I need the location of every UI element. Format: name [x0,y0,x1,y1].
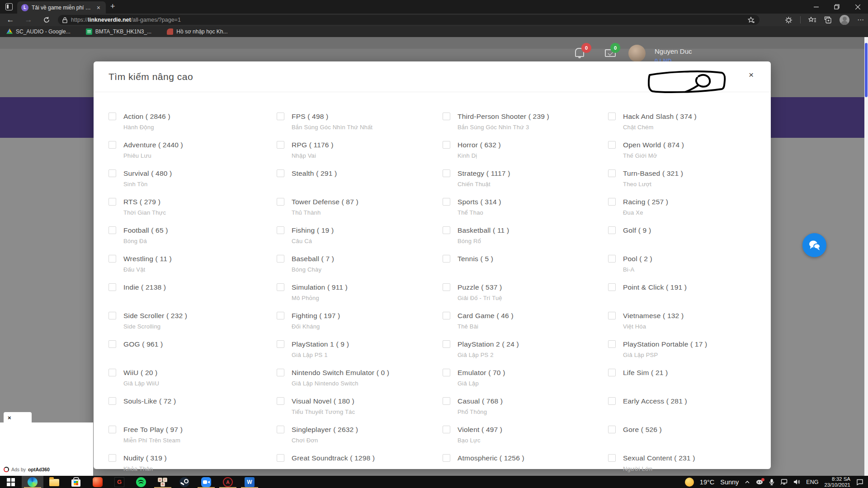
weather-temperature[interactable]: 19°C [700,479,714,486]
genre-filter-item[interactable]: Turn-Based ( 321 ) Theo Lượt [608,169,757,197]
taskbar-app-file-explorer[interactable] [43,476,65,488]
add-favorite-icon[interactable] [748,17,755,23]
address-bar[interactable]: https://linkneverdie.net/all-games/?page… [58,15,760,25]
genre-checkbox[interactable] [277,283,284,291]
genre-filter-item[interactable]: PlayStation 1 ( 9 ) Giả Lập PS 1 [277,340,443,368]
taskbar-app-unikey[interactable] [152,476,174,488]
genre-filter-item[interactable]: PlayStation 2 ( 24 ) Giả Lập PS 2 [443,340,608,368]
genre-checkbox[interactable] [608,369,616,376]
weather-condition[interactable]: Sunny [720,479,739,486]
bookmark-item[interactable]: SC_AUDIO - Google... [6,28,71,35]
genre-checkbox[interactable] [608,226,616,234]
genre-checkbox[interactable] [443,340,450,348]
bookmark-item[interactable]: Hồ sơ nhập học Kh... [167,28,227,35]
favorites-bar-icon[interactable] [808,17,816,23]
genre-checkbox[interactable] [277,454,284,462]
genre-checkbox[interactable] [108,340,116,348]
genre-filter-item[interactable]: Emulator ( 70 ) Giả Lập [443,368,608,397]
genre-checkbox[interactable] [443,283,450,291]
ad-close-button[interactable]: × [4,412,32,423]
genre-checkbox[interactable] [277,255,284,263]
genre-checkbox[interactable] [443,198,450,206]
genre-filter-item[interactable]: Life Sim ( 21 ) [608,368,757,397]
genre-filter-item[interactable]: Basketball ( 11 ) Bóng Rổ [443,226,608,254]
genre-filter-item[interactable]: Vietnamese ( 132 ) Việt Hóa [608,311,757,340]
genre-checkbox[interactable] [277,369,284,376]
bookmark-item[interactable]: BMTA_TKB_HK1N3_... [86,28,152,35]
taskbar-start-button[interactable] [0,476,22,488]
network-tray-icon[interactable] [780,479,788,485]
genre-filter-item[interactable]: Card Game ( 46 ) Thẻ Bài [443,311,608,340]
taskbar-app-garena[interactable] [108,476,130,488]
taskbar-app-edge[interactable] [22,476,43,488]
genre-checkbox[interactable] [443,312,450,319]
taskbar-app-zoom[interactable] [195,476,217,488]
genre-checkbox[interactable] [443,226,450,234]
genre-filter-item[interactable]: Fishing ( 19 ) Câu Cá [277,226,443,254]
taskbar-app-steam[interactable] [174,476,195,488]
tray-chevron-up-icon[interactable] [745,480,750,484]
genre-filter-item[interactable]: Violent ( 497 ) Bạo Lực [443,425,608,454]
genre-filter-item[interactable]: RTS ( 279 ) Thời Gian Thực [108,197,277,226]
genre-checkbox[interactable] [443,169,450,177]
genre-checkbox[interactable] [108,312,116,319]
genre-checkbox[interactable] [108,169,116,177]
genre-filter-item[interactable]: Stealth ( 291 ) [277,169,443,197]
genre-checkbox[interactable] [443,426,450,433]
genre-filter-item[interactable]: Tennis ( 5 ) [443,254,608,283]
genre-checkbox[interactable] [608,283,616,291]
genre-checkbox[interactable] [108,198,116,206]
genre-checkbox[interactable] [608,454,616,462]
ad-attribution[interactable]: Ads by optAd360 [4,467,50,472]
genre-filter-item[interactable]: Third-Person Shooter ( 239 ) Bắn Súng Gó… [443,112,608,141]
genre-checkbox[interactable] [443,369,450,376]
taskbar-app-word[interactable] [239,476,260,488]
genre-filter-item[interactable]: FPS ( 498 ) Bắn Súng Góc Nhìn Thứ Nhất [277,112,443,141]
genre-checkbox[interactable] [108,369,116,376]
microphone-tray-icon[interactable] [769,479,774,485]
genre-checkbox[interactable] [277,397,284,405]
genre-checkbox[interactable] [108,255,116,263]
scrollbar-thumb[interactable] [865,43,868,97]
genre-filter-item[interactable]: GOG ( 961 ) [108,340,277,368]
genre-checkbox[interactable] [277,226,284,234]
browser-tab[interactable]: Tải về game miễn phí - Trang 1 | × [17,1,106,14]
genre-checkbox[interactable] [443,454,450,462]
tray-clock[interactable]: 8:32 SA23/10/2021 [824,476,850,488]
genre-checkbox[interactable] [108,226,116,234]
genre-checkbox[interactable] [108,426,116,433]
genre-checkbox[interactable] [608,426,616,433]
close-window-button[interactable] [847,0,868,14]
genre-checkbox[interactable] [277,198,284,206]
discord-tray-icon[interactable] [756,479,763,485]
genre-filter-item[interactable]: Strategy ( 1117 ) Chiến Thuật [443,169,608,197]
taskbar-app-a[interactable] [217,476,239,488]
genre-filter-item[interactable]: Wrestling ( 11 ) Đấu Vật [108,254,277,283]
genre-filter-item[interactable]: Horror ( 632 ) Kinh Dị [443,141,608,169]
genre-checkbox[interactable] [277,113,284,120]
genre-filter-item[interactable]: Sports ( 314 ) Thể Thao [443,197,608,226]
genre-checkbox[interactable] [443,141,450,149]
genre-checkbox[interactable] [277,141,284,149]
genre-filter-item[interactable]: Singleplayer ( 2632 ) Chơi Đơn [277,425,443,454]
genre-checkbox[interactable] [277,426,284,433]
genre-checkbox[interactable] [108,141,116,149]
language-indicator[interactable]: ENG [806,479,818,485]
genre-checkbox[interactable] [443,255,450,263]
refresh-button[interactable] [40,14,53,26]
genre-checkbox[interactable] [608,113,616,120]
genre-checkbox[interactable] [608,141,616,149]
collections-icon[interactable] [824,16,832,23]
genre-filter-item[interactable]: Baseball ( 7 ) Bóng Chày [277,254,443,283]
back-button[interactable]: ← [4,14,17,26]
genre-checkbox[interactable] [443,397,450,405]
genre-filter-item[interactable]: WiiU ( 20 ) Giả Lập WiiU [108,368,277,397]
genre-filter-item[interactable]: Casual ( 768 ) Phổ Thông [443,397,608,425]
user-avatar[interactable] [628,45,646,62]
genre-filter-item[interactable]: Free To Play ( 97 ) Miễn Phí Trên Steam [108,425,277,454]
genre-filter-item[interactable]: Tower Defense ( 87 ) Thủ Thành [277,197,443,226]
genre-filter-item[interactable]: Point & Click ( 191 ) [608,283,757,311]
genre-filter-item[interactable]: Pool ( 2 ) Bi-A [608,254,757,283]
tab-actions-icon[interactable] [5,3,13,10]
genre-filter-item[interactable]: Visual Novel ( 180 ) Tiểu Thuyết Tương T… [277,397,443,425]
